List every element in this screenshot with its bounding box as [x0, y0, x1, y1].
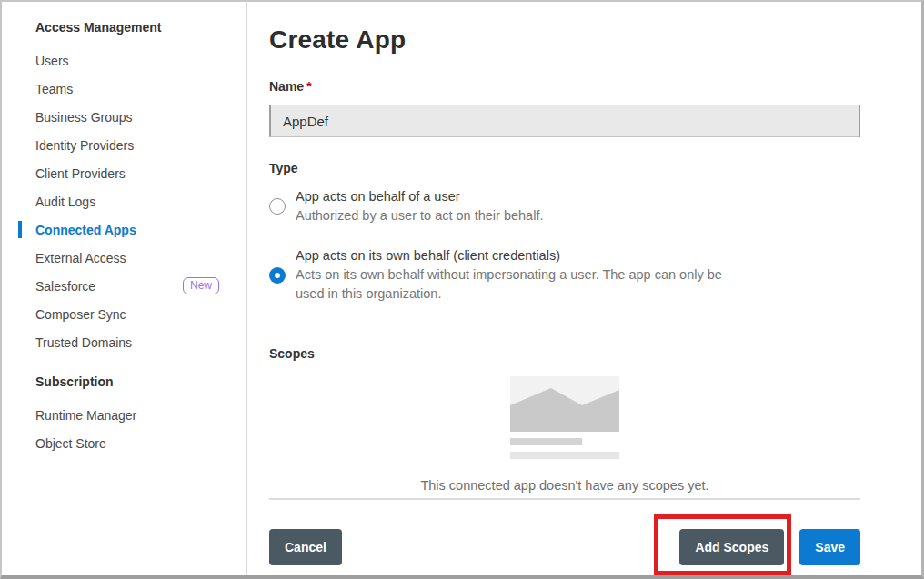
save-button[interactable]: Save: [799, 529, 860, 565]
radio-option-label: App acts on its own behalf (client crede…: [296, 246, 723, 265]
sidebar-item-teams[interactable]: Teams: [2, 75, 246, 103]
page-title: Create App: [269, 25, 860, 55]
image-placeholder-icon: [510, 376, 619, 432]
sidebar-item-salesforce[interactable]: Salesforce New: [2, 272, 246, 300]
sidebar-item-label: Users: [35, 54, 69, 68]
radio-option-description: Acts on its own behalf without impersona…: [296, 265, 723, 304]
sidebar-item-label: Composer Sync: [35, 307, 126, 322]
radio-option-label: App acts on behalf of a user: [296, 187, 543, 206]
active-indicator-bar: [18, 221, 22, 238]
sidebar-item-label: Connected Apps: [35, 223, 136, 237]
sidebar-section-subscription: Subscription: [2, 374, 246, 389]
placeholder-text-bar: [510, 452, 619, 459]
radio-option-own-behalf[interactable]: App acts on its own behalf (client crede…: [269, 246, 860, 304]
name-input[interactable]: [269, 105, 860, 137]
name-field-label: Name*: [269, 79, 860, 94]
sidebar-item-users[interactable]: Users: [2, 46, 246, 75]
sidebar-item-composer-sync[interactable]: Composer Sync: [2, 300, 246, 328]
sidebar-item-runtime-manager[interactable]: Runtime Manager: [2, 401, 246, 429]
sidebar-item-identity-providers[interactable]: Identity Providers: [2, 131, 246, 159]
sidebar-item-client-providers[interactable]: Client Providers: [2, 159, 246, 187]
footer-right-actions: Add Scopes Save: [654, 529, 860, 575]
sidebar-item-trusted-domains[interactable]: Trusted Domains: [2, 328, 246, 356]
sidebar-item-label: External Access: [35, 251, 126, 265]
sidebar: Access Management Users Teams Business G…: [2, 2, 247, 575]
main-content: Create App Name* Type App acts on behalf…: [247, 2, 921, 575]
new-badge: New: [183, 277, 219, 294]
name-label-text: Name: [269, 79, 304, 94]
radio-option-texts: App acts on its own behalf (client crede…: [296, 246, 723, 304]
sidebar-item-label: Audit Logs: [35, 195, 95, 209]
radio-option-texts: App acts on behalf of a user Authorized …: [296, 187, 543, 225]
sidebar-item-label: Runtime Manager: [35, 408, 136, 423]
type-field-label: Type: [269, 161, 860, 175]
sidebar-item-label: Salesforce: [35, 279, 95, 294]
radio-option-description: Authorized by a user to act on their beh…: [296, 206, 543, 225]
sidebar-item-external-access[interactable]: External Access: [2, 244, 246, 272]
sidebar-item-label: Object Store: [35, 436, 106, 451]
empty-scopes-placeholder: [510, 376, 619, 459]
sidebar-item-label: Business Groups: [35, 110, 133, 125]
sidebar-item-business-groups[interactable]: Business Groups: [2, 103, 246, 131]
sidebar-item-audit-logs[interactable]: Audit Logs: [2, 187, 246, 215]
footer-divider: [269, 498, 860, 500]
sidebar-section-access-management: Access Management: [2, 20, 246, 35]
radio-option-behalf-of-user[interactable]: App acts on behalf of a user Authorized …: [269, 187, 860, 225]
radio-selected-icon[interactable]: [269, 267, 286, 284]
sidebar-section-gap: [2, 356, 246, 374]
radio-unselected-icon[interactable]: [269, 198, 286, 215]
scopes-section: Scopes This connected app doesn't have a…: [269, 346, 860, 493]
cancel-button[interactable]: Cancel: [269, 529, 342, 565]
required-asterisk: *: [306, 79, 311, 94]
sidebar-item-label: Identity Providers: [35, 138, 134, 153]
annotation-highlight-red-box: Add Scopes: [654, 514, 791, 575]
placeholder-text-bar: [510, 438, 582, 445]
footer-actions: Cancel Add Scopes Save: [269, 529, 860, 575]
scopes-label: Scopes: [269, 346, 860, 361]
sidebar-item-object-store[interactable]: Object Store: [2, 429, 246, 457]
create-app-page: Access Management Users Teams Business G…: [0, 0, 924, 579]
sidebar-item-label: Client Providers: [35, 166, 126, 181]
scopes-empty-message: This connected app doesn't have any scop…: [269, 478, 860, 493]
sidebar-item-connected-apps[interactable]: Connected Apps: [2, 215, 246, 244]
add-scopes-button[interactable]: Add Scopes: [679, 529, 784, 565]
sidebar-item-label: Trusted Domains: [35, 335, 132, 350]
sidebar-item-label: Teams: [35, 82, 73, 96]
